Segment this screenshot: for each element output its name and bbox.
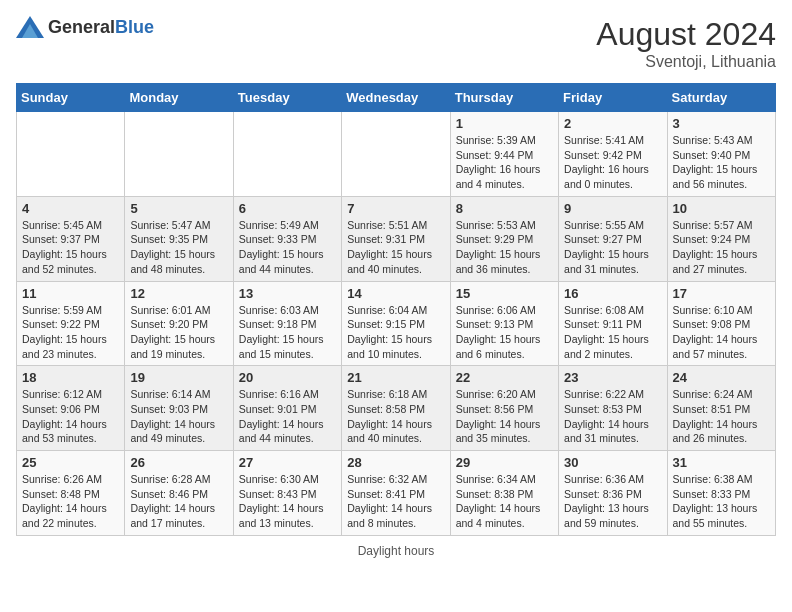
calendar-cell: 2Sunrise: 5:41 AMSunset: 9:42 PMDaylight… [559, 112, 667, 197]
calendar-cell: 18Sunrise: 6:12 AMSunset: 9:06 PMDayligh… [17, 366, 125, 451]
calendar-header: SundayMondayTuesdayWednesdayThursdayFrid… [17, 84, 776, 112]
day-info: Sunrise: 6:24 AMSunset: 8:51 PMDaylight:… [673, 387, 770, 446]
month-year: August 2024 [596, 16, 776, 53]
day-number: 17 [673, 286, 770, 301]
day-info: Sunrise: 5:49 AMSunset: 9:33 PMDaylight:… [239, 218, 336, 277]
calendar-cell [125, 112, 233, 197]
calendar-cell: 5Sunrise: 5:47 AMSunset: 9:35 PMDaylight… [125, 196, 233, 281]
day-number: 25 [22, 455, 119, 470]
day-number: 13 [239, 286, 336, 301]
day-info: Sunrise: 6:28 AMSunset: 8:46 PMDaylight:… [130, 472, 227, 531]
day-info: Sunrise: 5:59 AMSunset: 9:22 PMDaylight:… [22, 303, 119, 362]
calendar-cell: 7Sunrise: 5:51 AMSunset: 9:31 PMDaylight… [342, 196, 450, 281]
day-number: 16 [564, 286, 661, 301]
day-info: Sunrise: 6:10 AMSunset: 9:08 PMDaylight:… [673, 303, 770, 362]
day-number: 1 [456, 116, 553, 131]
calendar-cell: 28Sunrise: 6:32 AMSunset: 8:41 PMDayligh… [342, 451, 450, 536]
day-info: Sunrise: 6:12 AMSunset: 9:06 PMDaylight:… [22, 387, 119, 446]
calendar-cell: 23Sunrise: 6:22 AMSunset: 8:53 PMDayligh… [559, 366, 667, 451]
day-number: 9 [564, 201, 661, 216]
day-number: 29 [456, 455, 553, 470]
day-info: Sunrise: 6:04 AMSunset: 9:15 PMDaylight:… [347, 303, 444, 362]
calendar-cell: 6Sunrise: 5:49 AMSunset: 9:33 PMDaylight… [233, 196, 341, 281]
header-row: SundayMondayTuesdayWednesdayThursdayFrid… [17, 84, 776, 112]
calendar-cell: 3Sunrise: 5:43 AMSunset: 9:40 PMDaylight… [667, 112, 775, 197]
week-row-2: 4Sunrise: 5:45 AMSunset: 9:37 PMDaylight… [17, 196, 776, 281]
calendar-cell: 8Sunrise: 5:53 AMSunset: 9:29 PMDaylight… [450, 196, 558, 281]
day-info: Sunrise: 6:34 AMSunset: 8:38 PMDaylight:… [456, 472, 553, 531]
logo-blue: Blue [115, 17, 154, 37]
calendar-cell: 15Sunrise: 6:06 AMSunset: 9:13 PMDayligh… [450, 281, 558, 366]
calendar-cell: 16Sunrise: 6:08 AMSunset: 9:11 PMDayligh… [559, 281, 667, 366]
day-number: 27 [239, 455, 336, 470]
day-info: Sunrise: 5:57 AMSunset: 9:24 PMDaylight:… [673, 218, 770, 277]
day-number: 5 [130, 201, 227, 216]
day-number: 10 [673, 201, 770, 216]
calendar-cell: 19Sunrise: 6:14 AMSunset: 9:03 PMDayligh… [125, 366, 233, 451]
logo-icon [16, 16, 44, 38]
day-number: 14 [347, 286, 444, 301]
day-info: Sunrise: 5:39 AMSunset: 9:44 PMDaylight:… [456, 133, 553, 192]
footer-note: Daylight hours [16, 544, 776, 558]
week-row-5: 25Sunrise: 6:26 AMSunset: 8:48 PMDayligh… [17, 451, 776, 536]
day-info: Sunrise: 5:53 AMSunset: 9:29 PMDaylight:… [456, 218, 553, 277]
title-block: August 2024 Sventoji, Lithuania [596, 16, 776, 71]
calendar-cell: 10Sunrise: 5:57 AMSunset: 9:24 PMDayligh… [667, 196, 775, 281]
calendar-cell: 9Sunrise: 5:55 AMSunset: 9:27 PMDaylight… [559, 196, 667, 281]
logo: GeneralBlue [16, 16, 154, 38]
day-info: Sunrise: 6:18 AMSunset: 8:58 PMDaylight:… [347, 387, 444, 446]
calendar-cell: 4Sunrise: 5:45 AMSunset: 9:37 PMDaylight… [17, 196, 125, 281]
day-number: 19 [130, 370, 227, 385]
calendar-cell: 14Sunrise: 6:04 AMSunset: 9:15 PMDayligh… [342, 281, 450, 366]
day-info: Sunrise: 6:26 AMSunset: 8:48 PMDaylight:… [22, 472, 119, 531]
day-info: Sunrise: 6:38 AMSunset: 8:33 PMDaylight:… [673, 472, 770, 531]
logo-general: General [48, 17, 115, 37]
calendar-body: 1Sunrise: 5:39 AMSunset: 9:44 PMDaylight… [17, 112, 776, 536]
calendar-cell: 12Sunrise: 6:01 AMSunset: 9:20 PMDayligh… [125, 281, 233, 366]
header-cell-saturday: Saturday [667, 84, 775, 112]
day-number: 24 [673, 370, 770, 385]
calendar-cell: 26Sunrise: 6:28 AMSunset: 8:46 PMDayligh… [125, 451, 233, 536]
day-info: Sunrise: 6:32 AMSunset: 8:41 PMDaylight:… [347, 472, 444, 531]
day-info: Sunrise: 6:01 AMSunset: 9:20 PMDaylight:… [130, 303, 227, 362]
day-number: 28 [347, 455, 444, 470]
calendar-cell: 13Sunrise: 6:03 AMSunset: 9:18 PMDayligh… [233, 281, 341, 366]
calendar-cell: 21Sunrise: 6:18 AMSunset: 8:58 PMDayligh… [342, 366, 450, 451]
day-number: 11 [22, 286, 119, 301]
week-row-4: 18Sunrise: 6:12 AMSunset: 9:06 PMDayligh… [17, 366, 776, 451]
calendar-cell [342, 112, 450, 197]
day-info: Sunrise: 5:43 AMSunset: 9:40 PMDaylight:… [673, 133, 770, 192]
header-cell-monday: Monday [125, 84, 233, 112]
day-number: 21 [347, 370, 444, 385]
header-cell-wednesday: Wednesday [342, 84, 450, 112]
calendar-cell: 30Sunrise: 6:36 AMSunset: 8:36 PMDayligh… [559, 451, 667, 536]
day-info: Sunrise: 6:03 AMSunset: 9:18 PMDaylight:… [239, 303, 336, 362]
day-info: Sunrise: 5:51 AMSunset: 9:31 PMDaylight:… [347, 218, 444, 277]
day-info: Sunrise: 6:06 AMSunset: 9:13 PMDaylight:… [456, 303, 553, 362]
calendar-cell: 1Sunrise: 5:39 AMSunset: 9:44 PMDaylight… [450, 112, 558, 197]
day-number: 6 [239, 201, 336, 216]
calendar-table: SundayMondayTuesdayWednesdayThursdayFrid… [16, 83, 776, 536]
location: Sventoji, Lithuania [596, 53, 776, 71]
calendar-cell: 20Sunrise: 6:16 AMSunset: 9:01 PMDayligh… [233, 366, 341, 451]
week-row-3: 11Sunrise: 5:59 AMSunset: 9:22 PMDayligh… [17, 281, 776, 366]
day-number: 8 [456, 201, 553, 216]
calendar-cell: 25Sunrise: 6:26 AMSunset: 8:48 PMDayligh… [17, 451, 125, 536]
calendar-cell: 22Sunrise: 6:20 AMSunset: 8:56 PMDayligh… [450, 366, 558, 451]
day-number: 4 [22, 201, 119, 216]
day-number: 31 [673, 455, 770, 470]
day-info: Sunrise: 6:22 AMSunset: 8:53 PMDaylight:… [564, 387, 661, 446]
day-info: Sunrise: 6:36 AMSunset: 8:36 PMDaylight:… [564, 472, 661, 531]
day-number: 15 [456, 286, 553, 301]
week-row-1: 1Sunrise: 5:39 AMSunset: 9:44 PMDaylight… [17, 112, 776, 197]
day-number: 30 [564, 455, 661, 470]
header-cell-friday: Friday [559, 84, 667, 112]
day-number: 18 [22, 370, 119, 385]
page-header: GeneralBlue August 2024 Sventoji, Lithua… [16, 16, 776, 71]
day-number: 3 [673, 116, 770, 131]
day-number: 20 [239, 370, 336, 385]
calendar-cell: 11Sunrise: 5:59 AMSunset: 9:22 PMDayligh… [17, 281, 125, 366]
day-info: Sunrise: 6:14 AMSunset: 9:03 PMDaylight:… [130, 387, 227, 446]
calendar-cell: 27Sunrise: 6:30 AMSunset: 8:43 PMDayligh… [233, 451, 341, 536]
calendar-cell [233, 112, 341, 197]
